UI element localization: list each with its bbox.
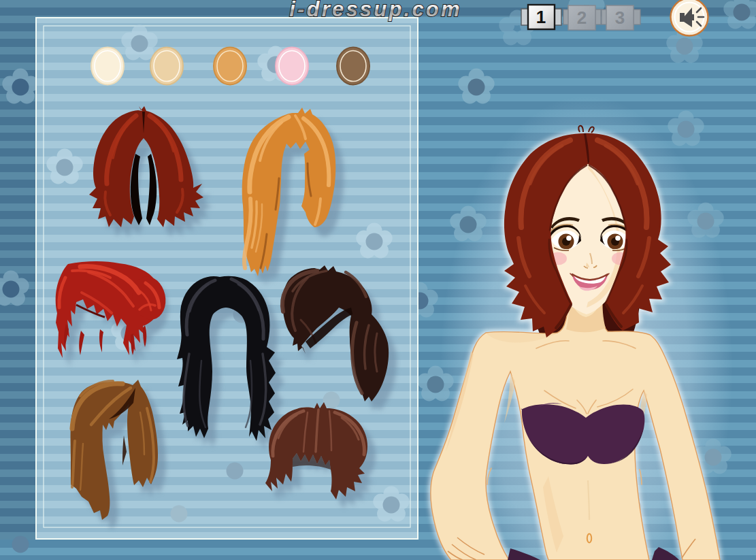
svg-text:i-dressup.com: i-dressup.com — [289, 0, 461, 21]
svg-text:2: 2 — [577, 7, 587, 28]
svg-text:1: 1 — [536, 7, 546, 27]
svg-text:3: 3 — [615, 7, 625, 28]
